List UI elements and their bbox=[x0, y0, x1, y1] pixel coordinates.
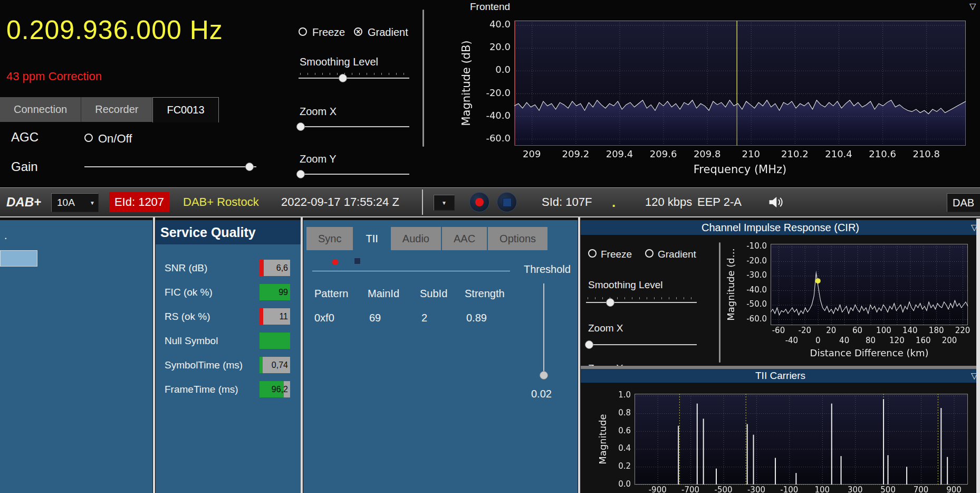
threshold-slider[interactable] bbox=[539, 283, 549, 377]
frontend-dock-title: Frontend bbox=[0, 1, 980, 13]
tii-carriers-title: TII Carriers bbox=[581, 369, 980, 383]
service-dropdown-button[interactable]: ▼ bbox=[434, 195, 455, 211]
threshold-value: 0.02 bbox=[531, 388, 552, 400]
channel-dropdown-icon: ▼ bbox=[87, 200, 98, 206]
agc-toggle-radio[interactable] bbox=[84, 134, 93, 142]
tab-audio[interactable]: Audio bbox=[391, 227, 441, 250]
service-dropdown-icon: ▼ bbox=[441, 200, 447, 206]
cir-zoom-x-slider[interactable] bbox=[586, 339, 697, 350]
stop-button[interactable] bbox=[497, 192, 517, 212]
sq-label: SNR (dB) bbox=[165, 260, 207, 276]
gain-slider[interactable] bbox=[84, 162, 256, 172]
tab-aac[interactable]: AAC bbox=[442, 227, 487, 250]
cir-title: Channel Impulse Response (CIR) bbox=[581, 220, 980, 235]
gradient-label: Gradient bbox=[368, 26, 408, 39]
cir-smoothing-slider[interactable] bbox=[586, 297, 697, 308]
frequency-display: 0.209.936.000 Hz bbox=[6, 15, 223, 45]
zoom-x-slider-handle[interactable] bbox=[296, 122, 305, 131]
cir-zoom-x-label: Zoom X bbox=[588, 323, 623, 334]
sq-label: FIC (ok %) bbox=[165, 284, 213, 300]
agc-label: AGC bbox=[11, 130, 39, 145]
agc-toggle-label: On/Off bbox=[98, 132, 132, 146]
output-selector[interactable]: DAB ▼ bbox=[947, 193, 980, 212]
right-edge-scrollbar[interactable] bbox=[976, 219, 980, 493]
smoothing-label: Smoothing Level bbox=[300, 56, 378, 68]
cir-panel: Channel Impulse Response (CIR) ▽ Freeze … bbox=[581, 220, 980, 366]
smoothing-slider[interactable] bbox=[299, 73, 409, 83]
splitter-quality[interactable] bbox=[301, 217, 303, 493]
sq-bar-rs: 11 bbox=[260, 308, 290, 325]
sq-label: Null Symbol bbox=[165, 333, 218, 349]
freeze-label: Freeze bbox=[312, 26, 345, 39]
channel-selector[interactable]: 10A ▼ bbox=[51, 193, 99, 212]
cir-smoothing-label: Smoothing Level bbox=[588, 279, 663, 291]
splitter-details[interactable] bbox=[578, 217, 580, 493]
tii-indicator-square bbox=[354, 258, 361, 264]
services-panel: . bbox=[0, 220, 152, 493]
cir-zoom-x-groove bbox=[586, 344, 697, 345]
sq-value: 99 bbox=[278, 284, 288, 300]
protection-label: EEP 2-A bbox=[697, 188, 742, 216]
mode-label: DAB+ bbox=[6, 188, 41, 216]
tab-recorder[interactable]: Recorder bbox=[81, 97, 152, 122]
detach-frontend-icon[interactable]: ▽ bbox=[969, 2, 976, 11]
tii-carriers-plot bbox=[596, 388, 980, 493]
zoom-y-slider-groove bbox=[299, 174, 409, 175]
cir-zoom-x-handle[interactable] bbox=[585, 340, 593, 349]
freeze-radio[interactable] bbox=[299, 27, 307, 36]
sq-value: 11 bbox=[279, 308, 288, 325]
sq-label: SymbolTime (ms) bbox=[165, 357, 243, 373]
col-header-mainid: MainId bbox=[368, 288, 399, 300]
sq-bar-symboltime: 0,74 bbox=[260, 357, 290, 373]
tab-fc0013[interactable]: FC0013 bbox=[152, 97, 218, 122]
record-icon bbox=[475, 198, 484, 206]
tab-tii[interactable]: TII bbox=[354, 227, 389, 250]
datetime-label: 2022-09-17 17:55:24 Z bbox=[281, 188, 399, 216]
cir-smoothing-handle[interactable] bbox=[606, 298, 614, 307]
record-button[interactable] bbox=[469, 192, 489, 212]
tab-connection[interactable]: Connection bbox=[0, 97, 81, 122]
tab-sync[interactable]: Sync bbox=[306, 227, 353, 250]
sq-bar-snr: 6,6 bbox=[260, 260, 290, 276]
sq-row-snr: SNR (dB) 6,6 bbox=[156, 260, 301, 276]
service-quality-title: Service Quality bbox=[156, 220, 301, 244]
status-dot: . bbox=[612, 188, 616, 216]
smoothing-slider-handle[interactable] bbox=[339, 74, 347, 82]
device-tabs: Connection Recorder FC0013 bbox=[0, 97, 219, 122]
sq-label: FrameTime (ms) bbox=[165, 381, 238, 397]
frontend-scrollbar[interactable] bbox=[422, 10, 424, 147]
zoom-x-slider-groove bbox=[299, 126, 409, 127]
cir-smoothing-groove bbox=[586, 302, 697, 303]
sq-row-rs: RS (ok %) 11 bbox=[156, 308, 301, 325]
threshold-slider-groove bbox=[543, 283, 544, 377]
stop-icon bbox=[503, 198, 512, 207]
sq-row-fic: FIC (ok %) 99 bbox=[156, 284, 301, 300]
details-panel: Sync TII Audio AAC Options Pattern MainI… bbox=[303, 220, 578, 493]
gain-slider-handle[interactable] bbox=[245, 163, 254, 171]
cir-controls-scrollbar[interactable] bbox=[719, 242, 720, 363]
cir-freeze-radio[interactable] bbox=[588, 249, 597, 258]
speaker-icon[interactable] bbox=[768, 195, 784, 212]
sq-bar-fic: 99 bbox=[260, 284, 290, 300]
tii-cell-subid: 2 bbox=[421, 312, 427, 324]
zoom-x-slider[interactable] bbox=[299, 121, 409, 132]
cir-gradient-radio[interactable] bbox=[645, 249, 654, 258]
cir-plot bbox=[723, 238, 980, 359]
zoom-y-slider[interactable] bbox=[299, 169, 409, 179]
zoom-y-slider-handle[interactable] bbox=[296, 170, 305, 178]
tii-cell-mainid: 69 bbox=[369, 312, 381, 324]
col-header-subid: SubId bbox=[420, 288, 447, 300]
gradient-radio[interactable]: ✕ bbox=[354, 27, 362, 36]
splitter-services[interactable] bbox=[153, 217, 155, 493]
tii-divider bbox=[312, 271, 510, 271]
sq-row-null-symbol: Null Symbol bbox=[156, 333, 301, 349]
tab-options[interactable]: Options bbox=[488, 227, 547, 250]
channel-value: 10A bbox=[52, 197, 87, 208]
statusbar-separator bbox=[422, 189, 423, 215]
gradient-checked-icon: ✕ bbox=[356, 29, 360, 35]
service-quality-panel: Service Quality SNR (dB) 6,6 FIC (ok %) … bbox=[156, 220, 301, 493]
tii-carriers-panel: TII Carriers ▽ bbox=[581, 369, 980, 493]
service-list-selected-item[interactable] bbox=[0, 250, 37, 267]
zoom-y-label: Zoom Y bbox=[300, 153, 337, 165]
threshold-slider-handle[interactable] bbox=[540, 371, 548, 380]
